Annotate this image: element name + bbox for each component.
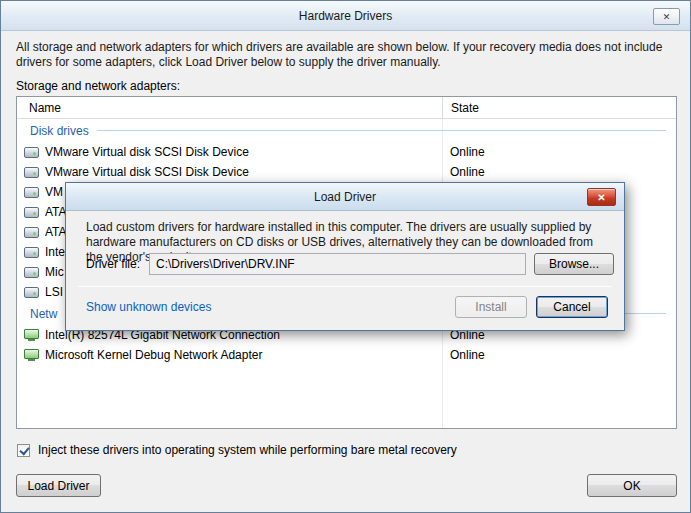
table-row[interactable]: VMware Virtual disk SCSI Disk DeviceOnli… xyxy=(17,162,676,182)
cancel-button[interactable]: Cancel xyxy=(536,296,608,318)
modal-titlebar[interactable]: Load Driver ✕ xyxy=(66,183,624,211)
disk-icon xyxy=(24,287,39,298)
device-name: VMware Virtual disk SCSI Disk Device xyxy=(45,165,442,179)
group-divider-line xyxy=(97,130,666,131)
load-driver-button[interactable]: Load Driver xyxy=(16,474,101,497)
table-header: Name State xyxy=(17,97,676,119)
footer-divider xyxy=(78,286,612,287)
group-header: Disk drives xyxy=(17,119,676,142)
disk-icon xyxy=(24,167,39,178)
modal-close-button[interactable]: ✕ xyxy=(587,188,616,206)
device-state: Online xyxy=(442,348,676,362)
disk-icon xyxy=(24,227,39,238)
group-label: Disk drives xyxy=(30,124,97,138)
table-row[interactable]: VMware Virtual disk SCSI Disk DeviceOnli… xyxy=(17,142,676,162)
driver-file-input[interactable] xyxy=(149,253,526,275)
window-title: Hardware Drivers xyxy=(299,9,392,23)
disk-icon xyxy=(24,247,39,258)
browse-button[interactable]: Browse... xyxy=(534,253,614,275)
load-driver-dialog: Load Driver ✕ Load custom drivers for ha… xyxy=(65,182,625,331)
inject-drivers-checkbox-row[interactable]: Inject these drivers into operating syst… xyxy=(17,443,457,457)
show-unknown-devices-link[interactable]: Show unknown devices xyxy=(86,300,211,314)
network-icon xyxy=(24,329,39,339)
disk-icon xyxy=(24,207,39,218)
description-text: All storage and network adapters for whi… xyxy=(16,40,678,70)
disk-icon xyxy=(24,187,39,198)
modal-close-icon: ✕ xyxy=(597,192,605,203)
titlebar[interactable]: Hardware Drivers ✕ xyxy=(1,1,690,31)
device-name: Microsoft Kernel Debug Network Adapter xyxy=(45,348,442,362)
table-row[interactable]: Microsoft Kernel Debug Network AdapterOn… xyxy=(17,345,676,365)
device-state: Online xyxy=(442,165,676,179)
adapters-label: Storage and network adapters: xyxy=(16,79,180,93)
column-header-state[interactable]: State xyxy=(442,97,676,118)
inject-drivers-checkbox[interactable] xyxy=(17,444,30,457)
modal-title: Load Driver xyxy=(314,190,376,204)
network-icon xyxy=(24,349,39,359)
driver-file-row: Driver file: Browse... xyxy=(86,253,614,275)
screen: Hardware Drivers ✕ All storage and netwo… xyxy=(0,0,691,513)
disk-icon xyxy=(24,147,39,158)
device-name: VMware Virtual disk SCSI Disk Device xyxy=(45,145,442,159)
ok-button[interactable]: OK xyxy=(587,474,677,497)
close-icon: ✕ xyxy=(663,12,671,22)
device-state: Online xyxy=(442,145,676,159)
inject-drivers-label: Inject these drivers into operating syst… xyxy=(38,443,457,457)
driver-file-label: Driver file: xyxy=(86,257,149,271)
group-label: Netw xyxy=(30,307,65,321)
column-header-name[interactable]: Name xyxy=(17,97,442,118)
modal-footer: Show unknown devices Install Cancel xyxy=(86,294,608,320)
close-button[interactable]: ✕ xyxy=(653,8,680,25)
disk-icon xyxy=(24,267,39,278)
install-button[interactable]: Install xyxy=(455,296,527,318)
